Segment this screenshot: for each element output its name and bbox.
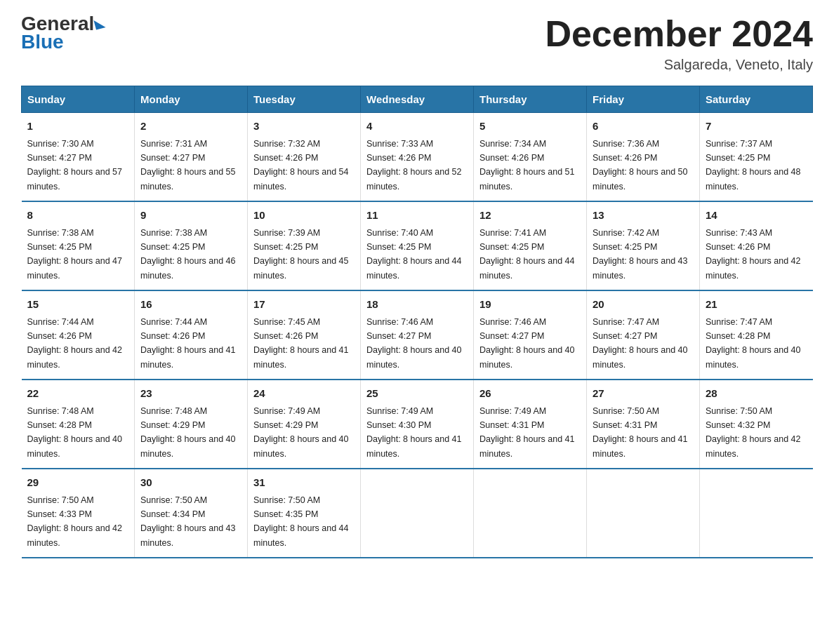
month-title: December 2024 — [545, 14, 813, 54]
table-row: 29 Sunrise: 7:50 AMSunset: 4:33 PMDaylig… — [22, 469, 135, 558]
col-thursday: Thursday — [474, 86, 587, 113]
table-row: 23 Sunrise: 7:48 AMSunset: 4:29 PMDaylig… — [135, 380, 248, 469]
day-number: 30 — [140, 475, 241, 491]
day-info: Sunrise: 7:42 AMSunset: 4:25 PMDaylight:… — [593, 228, 688, 281]
table-row: 31 Sunrise: 7:50 AMSunset: 4:35 PMDaylig… — [248, 469, 361, 558]
calendar-header-row: Sunday Monday Tuesday Wednesday Thursday… — [22, 86, 813, 113]
day-info: Sunrise: 7:38 AMSunset: 4:25 PMDaylight:… — [140, 228, 236, 281]
col-monday: Monday — [135, 86, 248, 113]
table-row: 6 Sunrise: 7:36 AMSunset: 4:26 PMDayligh… — [587, 113, 700, 202]
day-number: 4 — [366, 119, 468, 135]
day-info: Sunrise: 7:38 AMSunset: 4:25 PMDaylight:… — [27, 228, 123, 281]
day-number: 25 — [366, 386, 468, 402]
day-info: Sunrise: 7:47 AMSunset: 4:28 PMDaylight:… — [706, 317, 801, 370]
location-text: Salgareda, Veneto, Italy — [545, 57, 813, 73]
table-row: 16 Sunrise: 7:44 AMSunset: 4:26 PMDaylig… — [135, 290, 248, 380]
day-number: 10 — [253, 208, 355, 224]
week-row-1: 1 Sunrise: 7:30 AMSunset: 4:27 PMDayligh… — [22, 113, 813, 202]
day-number: 22 — [27, 386, 129, 402]
table-row: 25 Sunrise: 7:49 AMSunset: 4:30 PMDaylig… — [361, 380, 474, 469]
table-row: 1 Sunrise: 7:30 AMSunset: 4:27 PMDayligh… — [22, 113, 135, 202]
table-row — [474, 469, 587, 558]
week-row-4: 22 Sunrise: 7:48 AMSunset: 4:28 PMDaylig… — [22, 380, 813, 469]
table-row: 18 Sunrise: 7:46 AMSunset: 4:27 PMDaylig… — [361, 290, 474, 380]
week-row-3: 15 Sunrise: 7:44 AMSunset: 4:26 PMDaylig… — [22, 290, 813, 380]
day-number: 9 — [140, 208, 241, 224]
day-info: Sunrise: 7:48 AMSunset: 4:28 PMDaylight:… — [27, 406, 123, 459]
day-number: 31 — [253, 475, 355, 491]
table-row: 14 Sunrise: 7:43 AMSunset: 4:26 PMDaylig… — [700, 201, 813, 290]
day-info: Sunrise: 7:34 AMSunset: 4:26 PMDaylight:… — [479, 139, 575, 192]
table-row: 26 Sunrise: 7:49 AMSunset: 4:31 PMDaylig… — [474, 380, 587, 469]
week-row-2: 8 Sunrise: 7:38 AMSunset: 4:25 PMDayligh… — [22, 201, 813, 290]
day-info: Sunrise: 7:45 AMSunset: 4:26 PMDaylight:… — [253, 317, 349, 370]
day-info: Sunrise: 7:40 AMSunset: 4:25 PMDaylight:… — [366, 228, 462, 281]
day-info: Sunrise: 7:48 AMSunset: 4:29 PMDaylight:… — [140, 406, 236, 459]
table-row: 9 Sunrise: 7:38 AMSunset: 4:25 PMDayligh… — [135, 201, 248, 290]
table-row: 19 Sunrise: 7:46 AMSunset: 4:27 PMDaylig… — [474, 290, 587, 380]
day-info: Sunrise: 7:50 AMSunset: 4:34 PMDaylight:… — [140, 495, 236, 548]
col-sunday: Sunday — [22, 86, 135, 113]
day-number: 7 — [706, 119, 807, 135]
day-info: Sunrise: 7:37 AMSunset: 4:25 PMDaylight:… — [706, 139, 801, 192]
day-number: 21 — [706, 297, 807, 313]
day-number: 17 — [253, 297, 355, 313]
day-number: 6 — [593, 119, 694, 135]
table-row: 20 Sunrise: 7:47 AMSunset: 4:27 PMDaylig… — [587, 290, 700, 380]
day-number: 24 — [253, 386, 355, 402]
day-info: Sunrise: 7:32 AMSunset: 4:26 PMDaylight:… — [253, 139, 349, 192]
logo-arrow-icon — [94, 18, 106, 29]
day-info: Sunrise: 7:50 AMSunset: 4:33 PMDaylight:… — [27, 495, 123, 548]
day-info: Sunrise: 7:31 AMSunset: 4:27 PMDaylight:… — [140, 139, 236, 192]
table-row: 2 Sunrise: 7:31 AMSunset: 4:27 PMDayligh… — [135, 113, 248, 202]
table-row: 30 Sunrise: 7:50 AMSunset: 4:34 PMDaylig… — [135, 469, 248, 558]
table-row: 28 Sunrise: 7:50 AMSunset: 4:32 PMDaylig… — [700, 380, 813, 469]
col-friday: Friday — [587, 86, 700, 113]
day-info: Sunrise: 7:36 AMSunset: 4:26 PMDaylight:… — [593, 139, 688, 192]
day-info: Sunrise: 7:46 AMSunset: 4:27 PMDaylight:… — [479, 317, 575, 370]
title-area: December 2024 Salgareda, Veneto, Italy — [545, 14, 813, 73]
table-row — [587, 469, 700, 558]
day-info: Sunrise: 7:47 AMSunset: 4:27 PMDaylight:… — [593, 317, 688, 370]
day-number: 29 — [27, 475, 129, 491]
day-number: 14 — [706, 208, 807, 224]
table-row — [700, 469, 813, 558]
day-number: 3 — [253, 119, 355, 135]
table-row: 10 Sunrise: 7:39 AMSunset: 4:25 PMDaylig… — [248, 201, 361, 290]
day-number: 15 — [27, 297, 129, 313]
col-tuesday: Tuesday — [248, 86, 361, 113]
day-number: 16 — [140, 297, 241, 313]
col-saturday: Saturday — [700, 86, 813, 113]
day-info: Sunrise: 7:50 AMSunset: 4:32 PMDaylight:… — [706, 406, 801, 459]
table-row: 8 Sunrise: 7:38 AMSunset: 4:25 PMDayligh… — [22, 201, 135, 290]
table-row: 15 Sunrise: 7:44 AMSunset: 4:26 PMDaylig… — [22, 290, 135, 380]
day-number: 2 — [140, 119, 241, 135]
day-number: 13 — [593, 208, 694, 224]
day-number: 20 — [593, 297, 694, 313]
calendar-table: Sunday Monday Tuesday Wednesday Thursday… — [21, 86, 813, 558]
day-number: 27 — [593, 386, 694, 402]
day-number: 1 — [27, 119, 129, 135]
day-number: 5 — [479, 119, 581, 135]
table-row: 7 Sunrise: 7:37 AMSunset: 4:25 PMDayligh… — [700, 113, 813, 202]
day-info: Sunrise: 7:39 AMSunset: 4:25 PMDaylight:… — [253, 228, 349, 281]
day-info: Sunrise: 7:49 AMSunset: 4:29 PMDaylight:… — [253, 406, 349, 459]
day-number: 26 — [479, 386, 581, 402]
day-info: Sunrise: 7:46 AMSunset: 4:27 PMDaylight:… — [366, 317, 462, 370]
col-wednesday: Wednesday — [361, 86, 474, 113]
table-row: 21 Sunrise: 7:47 AMSunset: 4:28 PMDaylig… — [700, 290, 813, 380]
day-number: 23 — [140, 386, 241, 402]
table-row: 22 Sunrise: 7:48 AMSunset: 4:28 PMDaylig… — [22, 380, 135, 469]
day-number: 8 — [27, 208, 129, 224]
day-number: 11 — [366, 208, 468, 224]
table-row: 13 Sunrise: 7:42 AMSunset: 4:25 PMDaylig… — [587, 201, 700, 290]
table-row: 5 Sunrise: 7:34 AMSunset: 4:26 PMDayligh… — [474, 113, 587, 202]
day-info: Sunrise: 7:49 AMSunset: 4:30 PMDaylight:… — [366, 406, 462, 459]
day-info: Sunrise: 7:44 AMSunset: 4:26 PMDaylight:… — [140, 317, 236, 370]
page-header: General Blue December 2024 Salgareda, Ve… — [21, 14, 813, 73]
day-info: Sunrise: 7:50 AMSunset: 4:35 PMDaylight:… — [253, 495, 349, 548]
day-number: 19 — [479, 297, 581, 313]
table-row: 12 Sunrise: 7:41 AMSunset: 4:25 PMDaylig… — [474, 201, 587, 290]
logo: General Blue — [21, 14, 105, 53]
logo-blue-text: Blue — [21, 31, 64, 53]
